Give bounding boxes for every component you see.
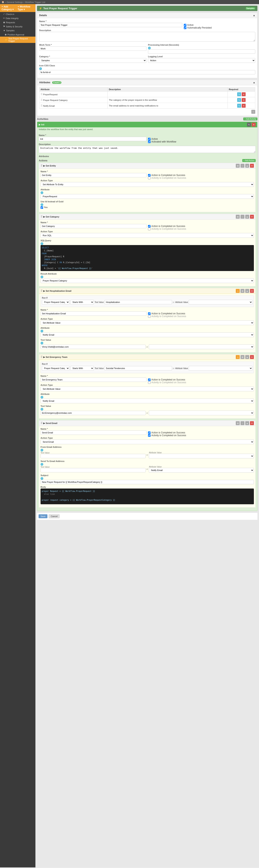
sql-editor[interactable]: SELECT C.[Name] FROM [PrayerRequest] R I… xyxy=(40,245,254,271)
hosp-condition-value[interactable] xyxy=(104,300,172,304)
init-delete-btn[interactable]: ✕ xyxy=(252,123,256,127)
get-entity-reorder-btn[interactable]: ↕ xyxy=(240,164,245,168)
drag-handle-3[interactable]: ⠿ xyxy=(40,104,42,107)
sidebar-item-data-integrity[interactable]: ✏ Data Integrity xyxy=(0,16,35,20)
use-id-info-icon[interactable]: i xyxy=(40,203,43,206)
get-entity-filter-btn[interactable]: ⊞ xyxy=(236,164,240,168)
attr-edit-btn-3[interactable]: ✎ xyxy=(237,104,241,108)
logging-level-select[interactable]: Action xyxy=(148,58,255,63)
description-input[interactable] xyxy=(39,32,255,41)
get-category-action-type-select[interactable]: Run SQL xyxy=(40,233,254,238)
sql-query-info-icon[interactable]: i xyxy=(40,242,43,245)
get-category-name-input[interactable] xyxy=(40,224,147,228)
get-entity-collapse-btn[interactable]: ▲ xyxy=(245,164,249,168)
set-emergency-handle[interactable]: ⠿ xyxy=(40,355,42,359)
work-term-input[interactable] xyxy=(39,46,147,51)
get-entity-action-type-select[interactable]: Set Attribute To Entity xyxy=(40,182,254,187)
set-emergency-text-value-input[interactable] xyxy=(40,411,145,415)
attr-delete-btn-2[interactable]: ✕ xyxy=(242,98,246,102)
get-entity-name-input[interactable] xyxy=(40,173,147,177)
send-email-action-completed-checkbox[interactable] xyxy=(148,431,151,434)
init-name-input[interactable] xyxy=(39,137,147,141)
send-email-handle[interactable]: ⠿ xyxy=(40,422,42,425)
nav-general-settings[interactable]: General Settings xyxy=(7,1,23,3)
sidebar-workflow-type[interactable]: + Workflow Type ▾ xyxy=(18,5,34,11)
hosp-attr-value-select[interactable] xyxy=(189,300,253,305)
set-hosp-name-input[interactable] xyxy=(40,311,147,316)
send-to-info-icon[interactable]: i xyxy=(40,463,43,466)
set-hosp-warning-btn[interactable]: ⚠ xyxy=(236,289,240,293)
set-hosp-text-value-input[interactable] xyxy=(40,345,145,349)
from-email-text-input[interactable] xyxy=(40,454,145,458)
send-email-reorder-btn[interactable]: ↕ xyxy=(240,421,245,425)
init-desc-input[interactable]: Initialize the workflow from the entity … xyxy=(39,146,256,153)
sidebar-item-samples[interactable]: ▼ Samples xyxy=(0,29,35,32)
send-email-activity-completed-checkbox[interactable] xyxy=(148,434,151,437)
add-action-btn[interactable]: + Add Action xyxy=(242,159,256,162)
add-activity-btn[interactable]: + Add Activity xyxy=(243,118,257,120)
send-email-filter-btn[interactable]: ⊞ xyxy=(236,421,240,425)
attr-edit-btn-2[interactable]: ✎ xyxy=(237,98,241,102)
cancel-button[interactable]: Cancel xyxy=(48,514,60,518)
get-entity-attribute-select[interactable]: PrayerRequest xyxy=(40,194,254,199)
emergency-condition-op[interactable]: Starts With xyxy=(70,366,94,371)
sidebar-item-checkin[interactable]: ✓ Check-in xyxy=(0,12,35,16)
processing-interval-input[interactable] xyxy=(148,50,255,54)
send-email-action-type-select[interactable]: Send Email xyxy=(40,439,254,444)
get-category-collapse-btn[interactable]: ▲ xyxy=(245,215,249,219)
nav-workflow-trigger-list[interactable]: Workflow Trigger List xyxy=(25,1,45,3)
get-entity-handle[interactable]: ⠿ xyxy=(40,164,42,167)
icon-css-input[interactable] xyxy=(39,70,255,74)
init-edit-btn[interactable]: ✎ xyxy=(247,123,251,127)
sidebar-add-category[interactable]: + Add Category ▾ xyxy=(2,5,17,11)
sidebar-item-position-approval[interactable]: ◉ Position Approval xyxy=(0,32,35,37)
set-hosp-handle[interactable]: ⠿ xyxy=(40,289,42,292)
set-hosp-attribute-info-icon[interactable]: i xyxy=(40,330,43,333)
use-id-checkbox[interactable] xyxy=(40,206,43,209)
set-emergency-collapse-btn[interactable]: ▲ xyxy=(245,355,249,359)
attr-delete-btn-1[interactable]: ✕ xyxy=(242,92,246,96)
emergency-attr-value-select[interactable] xyxy=(189,366,253,371)
init-active-checkbox[interactable] xyxy=(148,138,151,140)
sidebar-item-safety[interactable]: ⚑ Safety & Security xyxy=(0,24,35,29)
auto-persisted-checkbox[interactable] xyxy=(184,27,186,29)
drag-handle-2[interactable]: ⠿ xyxy=(40,98,42,101)
get-category-activity-completed-checkbox[interactable] xyxy=(148,228,151,230)
nav-home[interactable]: 🏠 xyxy=(2,1,4,3)
set-hosp-activity-completed-checkbox[interactable] xyxy=(148,315,151,318)
send-email-name-input[interactable] xyxy=(40,430,147,435)
send-email-collapse-btn[interactable]: ▲ xyxy=(245,421,249,425)
get-entity-action-completed-checkbox[interactable] xyxy=(148,174,151,177)
processing-interval-info-icon[interactable]: i xyxy=(148,46,151,50)
get-category-handle[interactable]: ⠿ xyxy=(40,215,42,218)
send-to-attr-select[interactable]: Notify Email xyxy=(149,468,254,472)
details-collapse-icon[interactable]: ▲ xyxy=(253,14,255,17)
get-entity-attribute-info-icon[interactable]: i xyxy=(40,191,43,194)
set-emergency-name-input[interactable] xyxy=(40,377,147,382)
from-email-attr-select[interactable] xyxy=(149,454,254,458)
hosp-condition-op[interactable]: Starts With xyxy=(70,300,94,305)
from-email-info-icon[interactable]: i xyxy=(40,449,43,452)
set-emergency-action-completed-checkbox[interactable] xyxy=(148,378,151,381)
set-emergency-attr-value-select2[interactable] xyxy=(149,410,254,415)
attributes-card-header[interactable]: Attributes Count 3 ▲ xyxy=(37,80,257,85)
get-category-delete-btn[interactable]: ✕ xyxy=(250,215,254,219)
set-hosp-collapse-btn[interactable]: ▲ xyxy=(245,289,249,293)
icon-css-info-icon[interactable]: i xyxy=(39,67,42,70)
emergency-condition-field[interactable]: Prayer Request Category xyxy=(42,366,69,371)
set-hosp-attribute-select[interactable]: Notify Email xyxy=(40,333,254,337)
set-emergency-warning-btn[interactable]: ⚠ xyxy=(236,355,240,359)
details-card-header[interactable]: Details ▲ xyxy=(37,13,257,18)
send-email-delete-btn[interactable]: ✕ xyxy=(250,421,254,425)
set-hosp-action-completed-checkbox[interactable] xyxy=(148,312,151,315)
result-attribute-info-icon[interactable]: i xyxy=(40,276,43,278)
set-emergency-delete-btn[interactable]: ✕ xyxy=(250,355,254,359)
add-attribute-btn[interactable]: + xyxy=(251,110,255,114)
subject-input[interactable] xyxy=(40,480,254,484)
set-emergency-attribute-info[interactable]: i xyxy=(40,396,43,399)
set-emergency-activity-completed-checkbox[interactable] xyxy=(148,381,151,384)
set-hosp-delete-btn[interactable]: ✕ xyxy=(250,289,254,293)
init-activated-checkbox[interactable] xyxy=(148,141,151,143)
body-editor[interactable]: prayer Request = {{ Workflow.PrayerReque… xyxy=(40,489,254,504)
set-emergency-text-value-info[interactable]: i xyxy=(40,408,43,410)
